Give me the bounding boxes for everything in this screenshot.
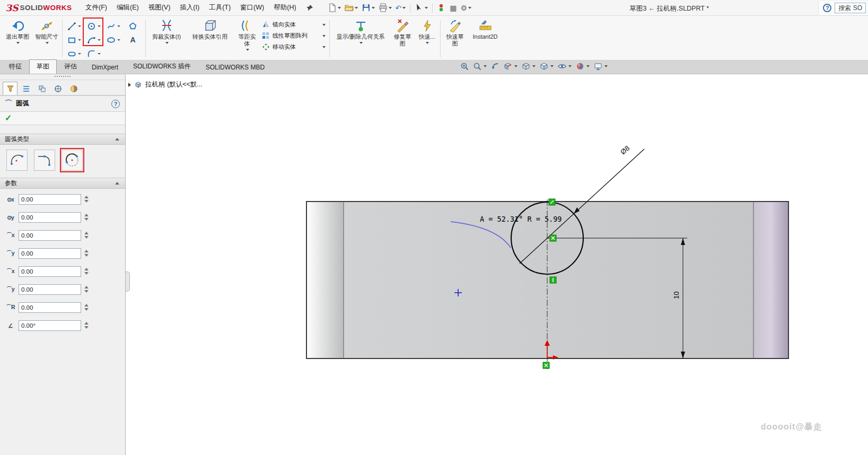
menu-tools[interactable]: 工具(T) [204, 0, 235, 15]
arc-center-x-input[interactable] [19, 194, 81, 205]
flyout-arrow-icon[interactable] [128, 83, 131, 87]
options-grid-button[interactable]: ▦ [448, 3, 458, 13]
arc-type-section-header[interactable]: 圆弧类型 [0, 134, 125, 145]
panel-help-icon[interactable]: ? [111, 100, 120, 108]
rectangle-tool[interactable] [64, 33, 84, 47]
trim-entities-button[interactable]: 剪裁实体(I) [147, 17, 186, 60]
smart-dimension-button[interactable]: 智能尺寸 [33, 17, 60, 60]
instant2d-button[interactable]: Instant2D [468, 17, 503, 60]
spinner-control[interactable] [84, 232, 89, 239]
arc-radius-input[interactable] [19, 302, 81, 313]
section-view-icon [504, 62, 512, 71]
new-document-button[interactable] [326, 2, 343, 14]
spinner-control[interactable] [84, 250, 89, 257]
exit-sketch-button[interactable]: 退出草图 [2, 17, 33, 60]
three-point-arc-button[interactable] [62, 150, 83, 171]
view-orientation-button[interactable] [522, 62, 536, 71]
viewport-canvas[interactable]: Ø8 10 A = 52.31° R = 5.99 [126, 74, 868, 455]
slot-tool[interactable] [64, 47, 84, 60]
view-settings-button[interactable] [594, 62, 608, 71]
panel-splitter[interactable] [0, 76, 125, 80]
section-view-button[interactable] [504, 62, 518, 71]
select-button[interactable] [413, 2, 429, 14]
collapse-icon [115, 182, 119, 185]
display-style-button[interactable] [540, 62, 554, 71]
configuration-manager-tab[interactable] [34, 82, 49, 95]
tab-dimxpert[interactable]: DimXpert [84, 61, 126, 74]
spinner-control[interactable] [84, 268, 89, 275]
spinner-control[interactable] [84, 214, 89, 221]
centerpoint-arc-button[interactable] [6, 150, 28, 171]
help-icon[interactable]: ? [823, 4, 831, 12]
status-lights-button[interactable] [435, 2, 448, 14]
parameters-section-header[interactable]: 参数 [0, 178, 125, 189]
spinner-control[interactable] [84, 286, 89, 293]
spinner-control[interactable] [84, 304, 89, 311]
feature-manager-tab[interactable] [19, 82, 33, 95]
save-button[interactable] [360, 2, 376, 14]
zoom-to-fit-button[interactable] [460, 62, 469, 71]
menu-help[interactable]: 帮助(H) [269, 0, 301, 15]
property-manager-tab[interactable] [3, 82, 17, 95]
polygon-tool[interactable] [123, 19, 143, 33]
arc-start-x-input[interactable] [19, 230, 81, 241]
circle-tool[interactable] [84, 19, 103, 33]
ok-check-icon[interactable]: ✓ [5, 114, 12, 122]
menu-file[interactable]: 文件(F) [81, 0, 112, 15]
tab-solidworks-mbd[interactable]: SOLIDWORKS MBD [198, 61, 272, 74]
spline-tool[interactable] [103, 19, 123, 33]
zoom-to-area-button[interactable] [473, 62, 487, 71]
display-relations-icon [354, 19, 367, 32]
tab-sketch[interactable]: 草图 [29, 59, 57, 74]
graphics-viewport[interactable]: Ø8 10 A = 52.31° R = 5.99 [126, 74, 868, 455]
pin-menu-icon[interactable] [306, 4, 313, 11]
repair-sketch-button[interactable]: 修复草图 [390, 17, 415, 60]
display-manager-tab[interactable] [66, 82, 81, 95]
convert-entities-button[interactable]: 转换实体引用 [186, 17, 234, 60]
dimxpert-manager-tab[interactable] [50, 82, 65, 95]
move-entities-button[interactable]: 移动实体 [260, 43, 328, 51]
settings-button[interactable]: ⚙ [459, 3, 474, 13]
undo-button[interactable]: ↶ [394, 3, 408, 13]
arc-title-icon: ⌒ [5, 99, 12, 109]
spinner-control[interactable] [84, 322, 89, 329]
arc-center-x-icon: ⊙x [4, 196, 16, 203]
menu-view[interactable]: 视图(V) [144, 0, 176, 15]
open-document-button[interactable] [343, 2, 360, 14]
arc-end-y-input[interactable] [19, 284, 81, 295]
tab-features[interactable]: 特征 [2, 59, 29, 74]
arc-end-x-input[interactable] [19, 266, 81, 277]
arc-tool[interactable] [84, 33, 103, 47]
offset-entities-button[interactable]: 等距实体 [234, 17, 260, 60]
menu-window[interactable]: 窗口(W) [235, 0, 269, 15]
arc-start-y-input[interactable] [19, 248, 81, 259]
hide-show-items-button[interactable] [558, 62, 572, 71]
rapid-sketch-button[interactable]: 快速草图 [442, 17, 468, 60]
panel-collapse-handle[interactable] [126, 272, 130, 292]
arc-angle-input[interactable] [19, 320, 81, 331]
display-delete-relations-button[interactable]: 显示/删除几何关系 [331, 17, 390, 60]
tab-solidworks-addins[interactable]: SOLIDWORKS 插件 [126, 59, 198, 74]
line-tool[interactable] [64, 19, 84, 33]
arc-center-y-input[interactable] [19, 212, 81, 223]
menu-edit[interactable]: 编辑(E) [112, 0, 144, 15]
solidworks-logo-icon: ЗS [5, 3, 19, 13]
tab-evaluate[interactable]: 评估 [57, 59, 84, 74]
feature-tree-flyout[interactable]: 拉机柄 (默认<<默... [128, 80, 203, 89]
select-cursor-icon [415, 3, 424, 12]
spinner-control[interactable] [84, 196, 89, 203]
previous-view-button[interactable] [491, 62, 499, 71]
sketch-text-tool[interactable]: A [123, 33, 143, 47]
panel-title: 圆弧 [16, 99, 29, 108]
parameters-body: ⊙x ⊙y ⌒x ⌒y ⌒x [0, 189, 125, 340]
menu-insert[interactable]: 插入(I) [175, 0, 204, 15]
search-input[interactable]: 搜索 SO [835, 3, 866, 13]
ellipse-tool[interactable] [103, 33, 123, 47]
linear-sketch-pattern-button[interactable]: 线性草图阵列 [260, 32, 328, 40]
mirror-entities-button[interactable]: 镜向实体 [260, 21, 328, 29]
tangent-arc-button[interactable] [34, 150, 55, 171]
quick-snaps-button[interactable]: 快速... [415, 17, 439, 60]
edit-appearance-button[interactable] [576, 62, 590, 71]
fillet-tool[interactable] [84, 47, 103, 60]
print-button[interactable] [377, 2, 393, 14]
